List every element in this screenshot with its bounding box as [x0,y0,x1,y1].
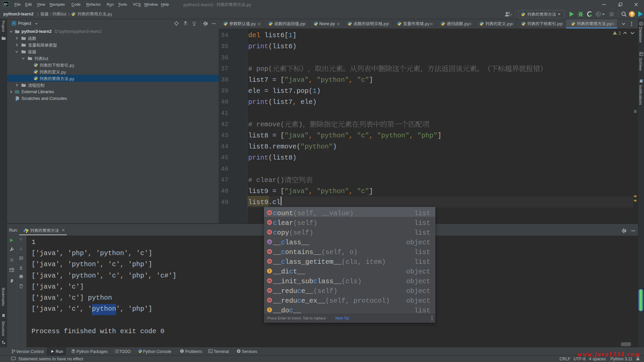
svg-text:PC: PC [4,3,8,6]
svg-text:!: ! [614,32,615,35]
